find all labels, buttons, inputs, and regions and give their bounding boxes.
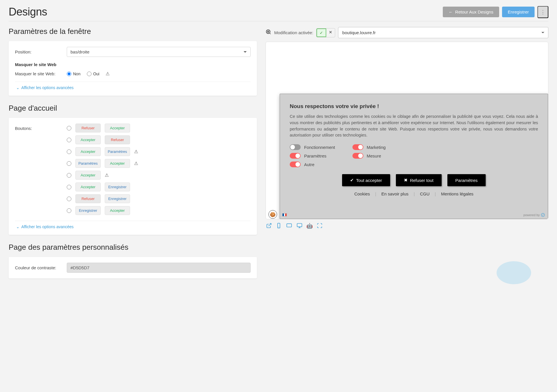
chevron-down-icon: ⌄ [16, 85, 20, 90]
preview-button-left: Enregistrer [75, 206, 101, 215]
edit-toggle[interactable]: ✓ ✕ [316, 28, 335, 37]
cookie-text: Ce site utilise des technologies comme l… [290, 114, 538, 139]
button-option-row: Accepter⚠ [67, 171, 251, 180]
arrow-left-icon: ← [449, 9, 453, 14]
button-option-radio[interactable] [67, 197, 71, 201]
back-button-label: Retour Aux Designs [455, 9, 493, 14]
home-page-panel: Boutons: RefuserAccepterAccepterRefuserA… [9, 118, 257, 235]
toggle-marketing[interactable] [352, 144, 363, 150]
contrast-input[interactable] [67, 263, 251, 273]
fullscreen-icon[interactable] [317, 223, 323, 230]
advanced-options-link[interactable]: ⌄ Afficher les options avancées [15, 82, 251, 90]
link-cgu[interactable]: CGU [420, 191, 430, 196]
preview-button-right: Accepter [105, 159, 130, 168]
hide-site-no-radio[interactable] [67, 72, 71, 76]
window-settings-title: Paramètres de la fenêtre [9, 27, 257, 36]
link-legal[interactable]: Mentions légales [441, 191, 474, 196]
check-icon: ✔ [350, 178, 354, 183]
home-page-title: Page d'accueil [9, 104, 257, 113]
button-option-row: RefuserEnregistrer [67, 194, 251, 203]
preview-frame: 🍪 Nous respectons votre vie privée ! Ce … [266, 42, 548, 219]
hide-site-yes-radio[interactable] [87, 72, 91, 76]
hide-site-no[interactable]: Non [67, 72, 81, 76]
position-select[interactable]: bas/droite [67, 47, 251, 57]
target-icon [266, 29, 271, 36]
desktop-icon[interactable] [297, 223, 302, 230]
button-option-row: ParamètresAccepter⚠ [67, 159, 251, 168]
cookie-title: Nous respectons votre vie privée ! [290, 103, 538, 109]
open-external-icon[interactable] [266, 223, 272, 230]
preview-button-left: Accepter [75, 135, 101, 144]
buttons-label: Boutons: [15, 124, 67, 218]
save-button[interactable]: Enregistrer [502, 7, 535, 17]
check-icon: ✓ [316, 28, 326, 37]
mobile-icon[interactable] [276, 223, 282, 230]
preview-button-left: Refuser [75, 194, 101, 203]
more-menu-button[interactable]: ⋮ [537, 6, 548, 18]
decoration-blob [497, 261, 531, 284]
refuse-all-button[interactable]: ✖Refuser tout [396, 174, 442, 186]
accept-all-button[interactable]: ✔Tout accepter [342, 174, 390, 186]
svg-rect-5 [287, 224, 292, 227]
advanced-options-link-2[interactable]: ⌄ Afficher les options avancées [15, 221, 251, 229]
button-option-radio[interactable] [67, 173, 71, 178]
button-option-row: EnregistrerAccepter [67, 206, 251, 215]
button-option-radio[interactable] [67, 208, 71, 213]
position-label: Position: [15, 49, 67, 54]
custom-params-panel: Couleur de contraste: [9, 257, 257, 278]
device-bar: 🤖 [266, 222, 548, 231]
preview-button-right: Accepter [105, 206, 130, 215]
button-option-row: AccepterParamètres⚠ [67, 147, 251, 156]
custom-params-title: Page des paramètres personnalisés [9, 243, 257, 252]
button-option-row: RefuserAccepter [67, 124, 251, 132]
preview-button-right: Refuser [105, 135, 130, 144]
top-actions: ← Retour Aux Designs Enregistrer ⋮ [443, 6, 548, 18]
edit-enabled-label: Modification activée: [274, 30, 313, 35]
warning-icon: ⚠ [105, 172, 109, 178]
toggle-autre[interactable] [290, 162, 301, 167]
preview-button-left: Paramètres [75, 159, 101, 168]
hide-site-yes[interactable]: Oui [87, 72, 100, 76]
svg-point-1 [268, 31, 269, 32]
link-learn-more[interactable]: En savoir plus [381, 191, 409, 196]
toggle-mesure[interactable] [352, 153, 363, 159]
domain-select[interactable]: boutique.louvre.fr [338, 27, 548, 38]
toggle-fonctionnement[interactable] [290, 144, 301, 150]
cookie-links: Cookies | En savoir plus | CGU | Mention… [290, 191, 538, 196]
button-option-radio[interactable] [67, 161, 71, 166]
button-option-row: AccepterEnregistrer [67, 182, 251, 191]
preview-button-right: Enregistrer [105, 182, 130, 191]
close-icon: ✕ [326, 28, 335, 37]
hide-site-heading: Masquer le site Web [15, 62, 251, 67]
preview-button-right: Enregistrer [105, 194, 130, 203]
button-option-radio[interactable] [67, 149, 71, 154]
window-settings-panel: Position: bas/droite Masquer le site Web… [9, 41, 257, 96]
preview-button-right: Paramètres [105, 147, 130, 156]
link-cookies[interactable]: Cookies [354, 191, 370, 196]
preview-button-left: Accepter [75, 182, 101, 191]
page-title: Designs [9, 6, 47, 18]
warning-icon: ⚠ [134, 149, 138, 154]
warning-icon: ⚠ [134, 161, 138, 166]
params-button[interactable]: Paramètres [447, 174, 486, 186]
flag-fr-icon[interactable] [282, 213, 287, 216]
save-button-label: Enregistrer [508, 9, 529, 14]
preview-button-left: Accepter [75, 147, 101, 156]
hide-site-label: Masquer le site Web: [15, 71, 67, 76]
preview-button-left: Accepter [75, 171, 101, 180]
svg-point-0 [266, 30, 270, 34]
button-option-radio[interactable] [67, 138, 71, 142]
button-option-radio[interactable] [67, 185, 71, 189]
android-icon[interactable]: 🤖 [306, 223, 313, 230]
button-option-row: AccepterRefuser [67, 135, 251, 144]
back-button[interactable]: ← Retour Aux Designs [443, 7, 499, 17]
contrast-label: Couleur de contraste: [15, 265, 67, 270]
close-icon: ✖ [404, 178, 408, 183]
tablet-icon[interactable] [286, 223, 293, 230]
cookie-icon[interactable]: 🍪 [268, 210, 277, 219]
preview-button-left: Refuser [75, 124, 101, 132]
button-option-radio[interactable] [67, 126, 71, 130]
toggle-parametres[interactable] [290, 153, 301, 159]
warning-icon: ⚠ [106, 71, 110, 76]
svg-point-2 [541, 213, 545, 217]
